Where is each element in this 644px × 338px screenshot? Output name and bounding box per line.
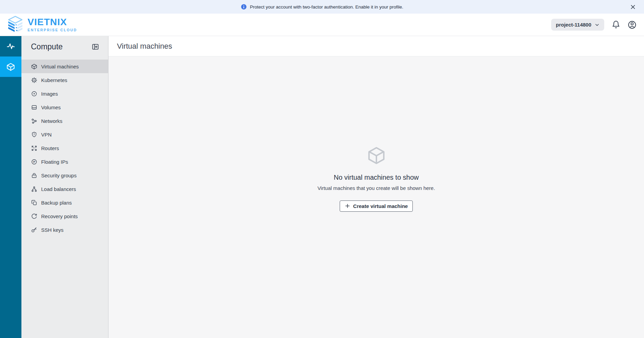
sidebar-item-label: Kubernetes <box>41 77 67 83</box>
vietnix-logo-icon <box>6 16 24 34</box>
main-panel: Virtual machines No virtual machines to … <box>108 36 644 338</box>
sidebar-item-label: Recovery points <box>41 213 78 219</box>
sidebar-item-virtual-machines[interactable]: Virtual machines <box>21 60 108 73</box>
rail-item-monitoring[interactable] <box>0 36 21 57</box>
compute-sidebar: Compute Virtual machines <box>21 36 108 338</box>
sidebar-item-networks[interactable]: Networks <box>21 114 108 128</box>
main-titlebar: Virtual machines <box>108 36 644 57</box>
sidebar-item-label: Networks <box>41 118 63 124</box>
cube-icon <box>31 63 37 70</box>
sidebar-item-label: Floating IPs <box>41 159 68 165</box>
sidebar-header: Compute <box>21 36 108 57</box>
collapse-sidebar-button[interactable] <box>91 43 99 51</box>
vpn-icon <box>31 131 37 138</box>
activity-icon <box>6 42 16 51</box>
routers-icon <box>31 145 37 151</box>
account-menu-button[interactable] <box>628 20 637 29</box>
sidebar-item-ssh-keys[interactable]: SSH keys <box>21 223 108 237</box>
sidebar-item-label: Virtual machines <box>41 64 79 69</box>
sidebar-title: Compute <box>31 42 63 51</box>
brand-name: VIETNIX <box>28 17 77 27</box>
two-factor-banner: Protect your account with two-factor aut… <box>0 0 644 14</box>
project-selector[interactable]: project-114800 <box>551 19 604 31</box>
header-controls: project-114800 <box>551 19 637 31</box>
volumes-icon <box>31 104 37 111</box>
bell-icon <box>612 20 620 29</box>
security-groups-icon <box>31 172 37 179</box>
ssh-keys-icon <box>31 227 37 233</box>
plus-icon <box>345 203 350 209</box>
rail-item-compute[interactable] <box>0 57 21 77</box>
brand-logo-link[interactable]: VIETNIX ENTERPRISE CLOUD <box>6 16 77 34</box>
create-virtual-machine-label: Create virtual machine <box>353 203 408 209</box>
notifications-button[interactable] <box>612 20 620 29</box>
banner-content: Protect your account with two-factor aut… <box>241 4 403 10</box>
networks-icon <box>31 118 37 124</box>
project-selector-value: project-114800 <box>556 22 591 28</box>
sidebar-item-label: Backup plans <box>41 200 72 206</box>
create-virtual-machine-button[interactable]: Create virtual machine <box>340 200 413 212</box>
main-content: No virtual machines to show Virtual mach… <box>108 57 644 338</box>
sidebar-item-label: Load balancers <box>41 186 76 192</box>
load-balancers-icon <box>31 186 37 192</box>
images-icon <box>31 91 37 97</box>
product-rail <box>0 36 21 338</box>
sidebar-nav: Virtual machines Kubernetes <box>21 57 108 237</box>
sidebar-item-floating-ips[interactable]: IP Floating IPs <box>21 155 108 168</box>
page-title: Virtual machines <box>117 42 172 51</box>
app-header: VIETNIX ENTERPRISE CLOUD project-114800 <box>0 14 644 36</box>
backup-plans-icon <box>31 199 37 206</box>
app-window: Protect your account with two-factor aut… <box>0 0 644 338</box>
sidebar-item-images[interactable]: Images <box>21 87 108 100</box>
kubernetes-icon <box>31 77 37 83</box>
sidebar-item-label: SSH keys <box>41 227 64 233</box>
cube-outline-icon <box>367 146 386 165</box>
sidebar-item-recovery-points[interactable]: Recovery points <box>21 209 108 223</box>
sidebar-item-label: Routers <box>41 145 59 151</box>
recovery-points-icon <box>31 213 37 220</box>
sidebar-item-label: Security groups <box>41 173 77 178</box>
floating-ips-icon: IP <box>31 159 37 165</box>
compute-cube-icon <box>6 62 15 71</box>
sidebar-item-load-balancers[interactable]: Load balancers <box>21 182 108 196</box>
sidebar-item-label: VPN <box>41 132 52 138</box>
banner-message: Protect your account with two-factor aut… <box>250 4 403 10</box>
sidebar-item-backup-plans[interactable]: Backup plans <box>21 196 108 209</box>
svg-text:IP: IP <box>33 161 35 163</box>
brand-tagline: ENTERPRISE CLOUD <box>28 28 77 32</box>
sidebar-item-vpn[interactable]: VPN <box>21 128 108 141</box>
empty-state-description: Virtual machines that you create will be… <box>318 185 435 191</box>
banner-close-button[interactable] <box>628 2 637 11</box>
sidebar-item-label: Volumes <box>41 104 61 110</box>
close-icon <box>630 4 636 10</box>
info-icon <box>241 4 247 10</box>
brand-text: VIETNIX ENTERPRISE CLOUD <box>28 17 77 32</box>
sidebar-item-security-groups[interactable]: Security groups <box>21 168 108 182</box>
empty-state-heading: No virtual machines to show <box>318 174 435 181</box>
empty-state: No virtual machines to show Virtual mach… <box>318 146 435 212</box>
app-body: Compute Virtual machines <box>0 36 644 338</box>
sidebar-item-kubernetes[interactable]: Kubernetes <box>21 73 108 87</box>
sidebar-item-label: Images <box>41 91 58 97</box>
sidebar-item-routers[interactable]: Routers <box>21 141 108 155</box>
user-circle-icon <box>628 20 637 29</box>
panel-collapse-left-icon <box>91 43 99 51</box>
chevron-down-icon <box>595 22 599 27</box>
sidebar-item-volumes[interactable]: Volumes <box>21 100 108 114</box>
